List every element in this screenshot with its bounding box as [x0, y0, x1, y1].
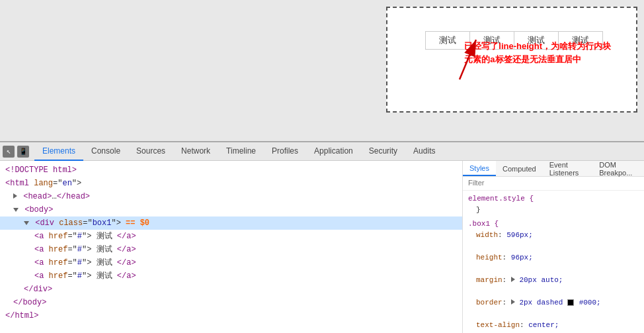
- dom-line-body-close: </body>: [0, 296, 462, 309]
- tab-elements[interactable]: Elements: [34, 142, 83, 161]
- tab-profiles[interactable]: Profiles: [264, 142, 306, 161]
- styles-content: element.style { } .box1 { width: 596px; …: [463, 191, 644, 333]
- style-rule-box1: .box1 { width: 596px; height: 96px; marg…: [468, 218, 639, 333]
- annotation-line2: 元素的a标签还是无法垂直居中: [464, 53, 611, 66]
- annotation-line1: 已经写了line-height，为啥转为行内块: [464, 40, 611, 53]
- tab-security[interactable]: Security: [361, 142, 405, 161]
- dom-line-body-open: <body>: [0, 203, 462, 216]
- styles-tab-event-listeners[interactable]: Event Listeners: [543, 161, 593, 176]
- devtools-body: <!DOCTYPE html> <html lang="en"> <head>……: [0, 161, 644, 333]
- dom-line-a4[interactable]: <a href="#"> 测试 </a>: [0, 269, 462, 283]
- styles-tab-computed[interactable]: Computed: [496, 161, 543, 176]
- dom-line-a2[interactable]: <a href="#"> 测试 </a>: [0, 243, 462, 256]
- dom-line-doctype: <!DOCTYPE html>: [0, 164, 462, 177]
- devtools-toolbar: ↖ 📱 Elements Console Sources Network Tim…: [0, 142, 644, 161]
- preview-area: 测试 测试 测试 测试 已经写了line-height，为啥转为行内块 元素的a…: [0, 0, 644, 142]
- dom-line-head: <head>…</head>: [0, 190, 462, 203]
- collapse-icon-2[interactable]: [24, 221, 29, 225]
- cursor-icon[interactable]: ↖: [3, 146, 15, 158]
- styles-tabs-bar: Styles Computed Event Listeners DOM Brea…: [463, 161, 644, 177]
- dom-line-html: <html lang="en">: [0, 177, 462, 190]
- toolbar-icons: ↖ 📱: [3, 146, 29, 158]
- dom-line-a1[interactable]: <a href="#"> 测试 </a>: [0, 230, 462, 243]
- tab-sources[interactable]: Sources: [128, 142, 173, 161]
- dom-line-html-close: </html>: [0, 309, 462, 322]
- annotation-text: 已经写了line-height，为啥转为行内块 元素的a标签还是无法垂直居中: [464, 40, 611, 66]
- dom-line-div-close: </div>: [0, 283, 462, 296]
- dom-panel: <!DOCTYPE html> <html lang="en"> <head>……: [0, 161, 463, 333]
- tab-audits[interactable]: Audits: [405, 142, 443, 161]
- dom-line-a3[interactable]: <a href="#"> 测试 </a>: [0, 256, 462, 269]
- tab-console[interactable]: Console: [83, 142, 128, 161]
- styles-tab-dom-breakpo[interactable]: DOM Breakpo...: [592, 161, 644, 176]
- style-rule-element: element.style { }: [468, 193, 639, 216]
- tab-timeline[interactable]: Timeline: [218, 142, 264, 161]
- nav-tab-1: 测试: [425, 31, 469, 50]
- devtools-panel: ↖ 📱 Elements Console Sources Network Tim…: [0, 141, 644, 333]
- tab-application[interactable]: Application: [306, 142, 361, 161]
- styles-filter-input[interactable]: [468, 179, 639, 187]
- tab-network[interactable]: Network: [173, 142, 218, 161]
- mobile-icon[interactable]: 📱: [17, 146, 29, 158]
- color-swatch-border: [567, 299, 574, 306]
- styles-panel: Styles Computed Event Listeners DOM Brea…: [463, 161, 644, 333]
- styles-tab-styles[interactable]: Styles: [463, 161, 496, 176]
- dom-line-div[interactable]: <div class="box1"> == $0: [0, 216, 462, 230]
- collapse-icon[interactable]: [13, 208, 19, 212]
- styles-filter-bar: [463, 177, 644, 191]
- expand-icon[interactable]: [13, 193, 17, 199]
